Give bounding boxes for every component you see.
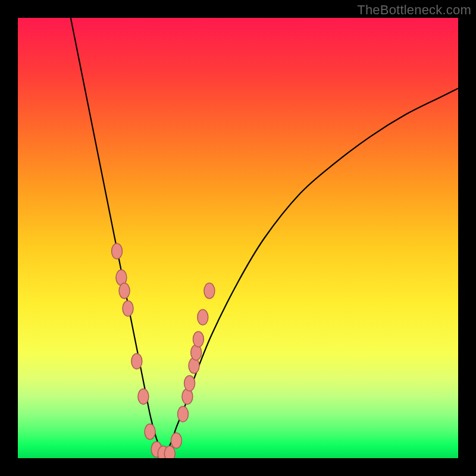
chart-svg [18, 18, 458, 458]
data-marker [145, 424, 155, 440]
data-marker [131, 353, 142, 369]
data-marker [178, 406, 189, 422]
data-marker [138, 389, 149, 404]
plot-area [18, 18, 458, 458]
data-marker [184, 375, 195, 391]
data-marker [119, 283, 130, 299]
data-marker [112, 243, 123, 259]
data-marker [193, 331, 203, 347]
watermark-text: TheBottleneck.com [357, 2, 471, 18]
curve-left-branch [71, 18, 163, 454]
marker-group [112, 243, 215, 458]
data-marker [171, 433, 181, 448]
data-marker [164, 446, 175, 458]
chart-canvas: TheBottleneck.com [0, 0, 476, 476]
data-marker [204, 283, 215, 299]
curve-right-branch [163, 88, 458, 453]
data-marker [123, 300, 133, 316]
data-marker [198, 309, 208, 325]
